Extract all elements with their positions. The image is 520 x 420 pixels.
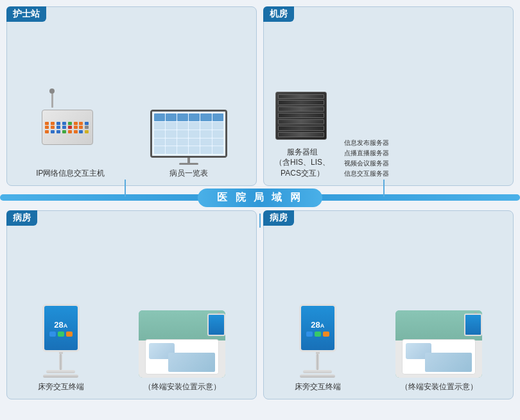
cell-20 xyxy=(166,146,177,154)
cell-18 xyxy=(212,139,223,146)
bed-photo-left xyxy=(139,310,225,378)
terminal-dots-left xyxy=(49,332,73,337)
btn-16 xyxy=(85,126,89,129)
btn-7 xyxy=(79,122,83,125)
cell-4 xyxy=(189,122,200,130)
ip-host-label: IP网络信息交互主机 xyxy=(36,168,105,179)
cell-6 xyxy=(212,122,223,130)
server-info-block: 信息发布服务器 点播直播服务器 视频会议服务器 信息交互服务器 xyxy=(344,138,389,179)
cell-22 xyxy=(189,146,200,154)
rack-unit-2 xyxy=(278,100,324,105)
machine-room-label: 机房 xyxy=(263,6,294,22)
patient-monitor-label: 病员一览表 xyxy=(169,168,208,179)
cell-23 xyxy=(200,146,211,154)
cell-24 xyxy=(212,146,223,154)
bed-blanket-left xyxy=(168,353,215,372)
btn-24 xyxy=(85,130,89,133)
terminal-pole-right xyxy=(316,354,319,370)
rack-body xyxy=(275,92,327,140)
dot-1-left xyxy=(49,332,56,337)
cell-8 xyxy=(166,130,177,138)
cell-h4 xyxy=(189,113,200,121)
btn-14 xyxy=(74,126,78,129)
ip-host-base xyxy=(42,110,93,145)
terminal-foot-left xyxy=(43,374,78,378)
cell-14 xyxy=(166,139,177,146)
btn-6 xyxy=(74,122,78,125)
cell-17 xyxy=(200,139,211,146)
rack-unit-3 xyxy=(278,106,324,112)
ip-host-buttons xyxy=(42,119,92,136)
wall-screen-right xyxy=(464,314,482,336)
ip-host-item: IP网络信息交互主机 xyxy=(36,110,105,179)
server-rack-device xyxy=(275,92,330,143)
cell-h2 xyxy=(166,113,177,121)
cell-11 xyxy=(200,130,211,138)
cell-16 xyxy=(189,139,200,146)
nurse-station-panel: 护士站 xyxy=(6,6,257,186)
monitor-screen xyxy=(150,110,227,158)
btn-20 xyxy=(62,130,66,133)
bed-blanket-right xyxy=(425,353,472,372)
btn-5 xyxy=(68,122,72,125)
cell-19 xyxy=(154,146,165,154)
server-info-3: 视频会议服务器 xyxy=(344,158,389,169)
btn-11 xyxy=(56,126,60,129)
bottom-section: 病房 28A xyxy=(0,210,520,403)
bed-scene-left-label: （终端安装位置示意） xyxy=(144,382,221,392)
bed-body-right xyxy=(402,339,476,374)
dot-3-right xyxy=(323,332,329,337)
cell-12 xyxy=(212,130,223,138)
ward-left-label: 病房 xyxy=(6,210,37,226)
wall-screen-left xyxy=(207,314,225,336)
network-label: 医 院 局 域 网 xyxy=(198,189,322,207)
ward-right-content: 28A 床旁交互 xyxy=(264,211,513,399)
network-bar: 医 院 局 域 网 xyxy=(0,186,520,209)
btn-10 xyxy=(51,126,55,129)
btn-9 xyxy=(45,126,49,129)
cell-5 xyxy=(200,122,211,130)
btn-8 xyxy=(85,122,89,125)
cell-1 xyxy=(154,122,165,130)
dot-3-left xyxy=(66,332,73,337)
machine-room-content: 服务器组（含HIS、LIS、PACS交互） 信息发布服务器 点播直播服务器 视频… xyxy=(264,7,513,185)
terminal-content-left: 28A xyxy=(44,306,78,350)
monitor-stand xyxy=(187,158,190,163)
btn-22 xyxy=(74,130,78,133)
terminal-left-device: 28A xyxy=(41,304,81,378)
btn-13 xyxy=(68,126,72,129)
btn-19 xyxy=(56,130,60,133)
cell-h5 xyxy=(200,113,211,121)
bed-body-left xyxy=(145,339,219,374)
ip-host-device xyxy=(42,110,100,164)
cell-h6 xyxy=(212,113,223,121)
rack-unit-1 xyxy=(278,94,324,99)
btn-3 xyxy=(56,122,60,125)
bedside-terminal-right: 28A 床旁交互 xyxy=(295,304,341,392)
terminal-pole-left xyxy=(59,354,62,370)
monitor-foot xyxy=(179,163,198,165)
terminal-left-label: 床旁交互终端 xyxy=(38,382,84,392)
terminal-content-right: 28A xyxy=(301,306,334,350)
terminal-base-left xyxy=(46,370,75,373)
cell-3 xyxy=(177,122,188,130)
btn-15 xyxy=(79,126,83,129)
btn-21 xyxy=(68,130,72,133)
cell-7 xyxy=(154,130,165,138)
dot-1-right xyxy=(306,332,313,337)
cell-21 xyxy=(177,146,188,154)
btn-4 xyxy=(62,122,66,125)
btn-1 xyxy=(45,122,49,125)
ward-left-content: 28A 床旁交互 xyxy=(7,211,256,399)
server-info-4: 信息交互服务器 xyxy=(344,169,389,179)
main-container: 护士站 xyxy=(0,0,520,420)
cell-h1 xyxy=(154,113,165,121)
patient-monitor-item: 病员一览表 xyxy=(150,110,227,179)
rack-unit-7 xyxy=(278,132,324,137)
btn-18 xyxy=(51,130,55,133)
server-item: 服务器组（含HIS、LIS、PACS交互） xyxy=(273,92,331,179)
dot-2-right xyxy=(315,332,321,337)
bed-scene-left: （终端安装位置示意） xyxy=(139,310,225,392)
btn-17 xyxy=(45,130,49,133)
cell-9 xyxy=(177,130,188,138)
